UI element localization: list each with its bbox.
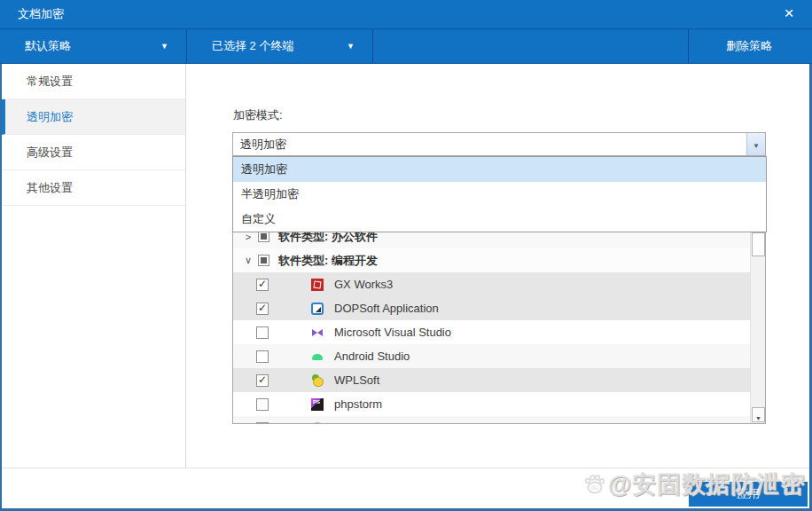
sidebar-item-other[interactable]: 其他设置 [2,170,185,206]
caret-down-icon: ▼ [753,142,760,150]
checkbox-unchecked[interactable] [256,350,269,363]
checkbox-checked[interactable]: ✓ [256,374,269,387]
check-icon: ✓ [258,373,267,386]
policy-toolbar: 默认策略 ▼ 已选择 2 个终端 ▼ 删除策略 [0,28,812,64]
window-title: 文档加密 [18,7,64,20]
software-name: EditPlus [334,421,377,424]
document-encryption-dialog: 文档加密 × 默认策略 ▼ 已选择 2 个终端 ▼ 删除策略 常规设置 透明加密… [0,0,812,511]
check-icon: ✓ [258,278,267,290]
software-list: > 软件类型: 办公软件 ∨ 软件类型: 编程开发 ✓ GX Works3 ✓ … [232,224,766,424]
sidebar-item-transparent-encryption[interactable]: 透明加密 [2,99,185,135]
group-label: 软件类型: 编程开发 [278,253,378,269]
sidebar-item-general[interactable]: 常规设置 [2,64,185,99]
software-name: Android Studio [334,350,410,363]
footer-divider [0,468,812,468]
terminal-dropdown[interactable]: 已选择 2 个终端 ▼ [187,29,373,63]
combobox-caret-button[interactable]: ▼ [746,133,765,155]
combobox-value: 透明加密 [240,138,286,151]
check-icon: ✓ [258,302,267,314]
android-studio-icon [311,350,324,363]
software-name: DOPSoft Application [334,302,439,315]
encryption-mode-combobox[interactable]: 透明加密 ▼ [232,132,766,156]
scrollbar[interactable]: ▼ [750,224,765,423]
software-name: WPLSoft [334,373,379,387]
scrollbar-down-button[interactable]: ▼ [752,407,765,422]
dropdown-option-transparent[interactable]: 透明加密 [233,157,766,182]
group-row-programming-dev[interactable]: ∨ 软件类型: 编程开发 [233,248,765,272]
settings-sidebar: 常规设置 透明加密 高级设置 其他设置 [2,64,186,468]
dropdown-option-semi-transparent[interactable]: 半透明加密 [233,182,766,207]
close-icon[interactable]: × [775,0,803,28]
chevron-right-icon[interactable]: > [242,232,254,242]
scrollbar-thumb[interactable] [752,232,765,256]
indeterminate-mark [261,233,267,240]
checkbox-indeterminate[interactable] [258,255,269,266]
encryption-mode-dropdown-list: 透明加密 半透明加密 自定义 [232,156,767,232]
svg-text:du: du [591,484,598,491]
software-name: phpstorm [334,397,382,411]
checkbox-checked[interactable]: ✓ [256,279,269,291]
phpstorm-icon: PS [311,398,324,411]
visual-studio-icon [311,326,324,339]
checkbox-unchecked[interactable] [256,398,269,411]
software-row-dopsoft[interactable]: ✓ DOPSoft Application [233,296,765,320]
software-row-android-studio[interactable]: Android Studio [233,344,765,368]
apply-button[interactable]: 应用 [689,482,808,507]
software-row-gx-works3[interactable]: ✓ GX Works3 [233,272,765,296]
dopsoft-icon [311,303,324,315]
caret-down-icon: ▼ [160,29,168,63]
sidebar-item-advanced[interactable]: 高级设置 [2,135,185,170]
checkbox-unchecked[interactable] [256,422,269,425]
phpstorm-letters: PS [313,399,320,405]
editplus-icon [311,422,324,425]
dropdown-option-custom[interactable]: 自定义 [233,207,766,232]
chevron-down-icon[interactable]: ∨ [242,255,254,266]
window-border-left [0,28,2,511]
policy-dropdown[interactable]: 默认策略 ▼ [0,29,187,63]
gx-works3-icon [311,279,324,291]
policy-dropdown-label: 默认策略 [25,29,71,63]
checkbox-unchecked[interactable] [256,326,269,339]
software-row-visual-studio[interactable]: Microsoft Visual Studio [233,320,765,344]
delete-policy-button[interactable]: 删除策略 [688,29,809,63]
software-row-editplus[interactable]: EditPlus [233,416,765,424]
software-name: Microsoft Visual Studio [334,326,451,339]
wplsoft-icon [311,374,324,387]
checkbox-checked[interactable]: ✓ [256,303,269,315]
caret-down-icon: ▼ [347,29,355,63]
baidu-paw-icon: du [583,473,606,496]
software-row-wplsoft[interactable]: ✓ WPLSoft [233,368,765,392]
indeterminate-mark [261,257,267,263]
scroll-down-icon: ▼ [755,415,761,421]
terminal-dropdown-label: 已选择 2 个终端 [212,29,293,63]
software-row-phpstorm[interactable]: PS phpstorm [233,392,765,416]
software-name: GX Works3 [334,278,393,291]
title-bar: 文档加密 × [0,0,812,28]
encryption-mode-label: 加密模式: [233,107,283,123]
